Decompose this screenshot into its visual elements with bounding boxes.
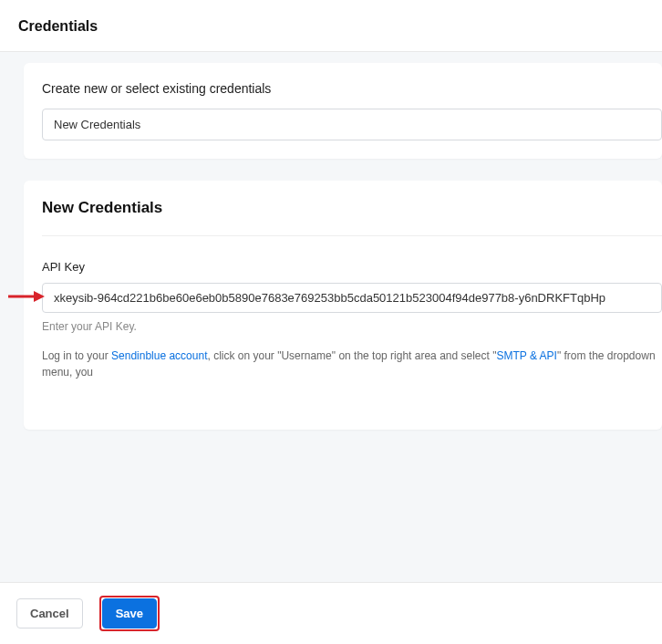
cancel-button[interactable]: Cancel: [16, 598, 83, 628]
footer-bar: Cancel Save: [0, 582, 662, 644]
info-prefix: Log in to your: [42, 349, 111, 362]
api-key-label: API Key: [42, 260, 662, 274]
page-header: Credentials: [0, 0, 662, 52]
api-key-input[interactable]: [42, 283, 662, 313]
sendinblue-link[interactable]: Sendinblue account: [111, 349, 207, 362]
select-credentials-card: Create new or select existing credential…: [24, 63, 662, 159]
save-highlight-annotation: Save: [99, 596, 160, 631]
credentials-select[interactable]: New Credentials: [42, 109, 662, 140]
page-title: Credentials: [18, 18, 644, 35]
info-mid: , click on your "Username" on the top ri…: [207, 349, 496, 362]
api-key-section: API Key Enter your API Key. Log in to yo…: [42, 236, 662, 380]
api-key-info: Log in to your Sendinblue account, click…: [42, 348, 662, 380]
new-credentials-card: New Credentials API Key Enter your API K…: [24, 181, 662, 430]
api-key-help: Enter your API Key.: [42, 320, 662, 333]
new-credentials-title: New Credentials: [42, 199, 662, 236]
smtp-api-link[interactable]: SMTP & API: [496, 349, 556, 362]
save-button[interactable]: Save: [102, 598, 157, 628]
content-area: Create new or select existing credential…: [0, 52, 662, 588]
select-credentials-label: Create new or select existing credential…: [42, 81, 662, 96]
